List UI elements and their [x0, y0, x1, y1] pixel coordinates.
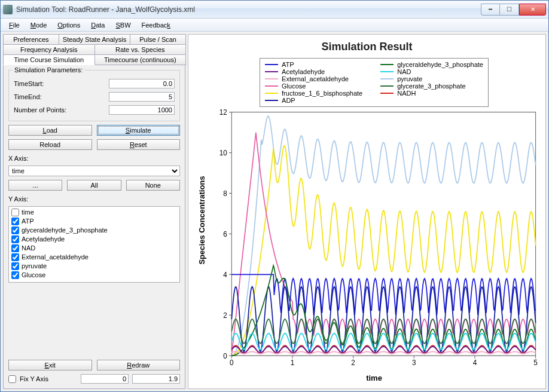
legend-item: NAD	[380, 68, 483, 75]
menu-file[interactable]: File	[4, 20, 25, 30]
simulation-parameters-group: Simulation Parameters: TimeStart: TimeEn…	[8, 70, 180, 121]
timestart-input[interactable]	[109, 79, 175, 88]
minimize-button[interactable]: ━	[481, 4, 500, 16]
app-icon	[3, 5, 13, 14]
chart-xlabel: time	[209, 373, 539, 382]
menu-options[interactable]: Options	[53, 20, 85, 30]
menubar: File Mode Options Data SBW Feedback	[1, 19, 548, 32]
titlebar[interactable]: Simulation Tool: RoadRunner - Jana_WolfG…	[1, 1, 548, 19]
svg-text:2: 2	[223, 311, 227, 320]
maximize-button[interactable]: ☐	[500, 4, 519, 16]
left-panel: Preferences Steady State Analysis Pulse …	[3, 34, 185, 389]
chart-ylabel: Species Concentrations	[197, 176, 206, 264]
yaxis-item[interactable]: Glucose	[10, 271, 178, 280]
legend-item: NADH	[380, 90, 483, 97]
points-input[interactable]	[109, 105, 175, 115]
svg-text:2: 2	[351, 359, 355, 368]
fix-high-input[interactable]	[132, 374, 180, 384]
menu-data[interactable]: Data	[86, 20, 109, 30]
reset-button[interactable]: Reset	[97, 139, 181, 150]
legend-item: glyceraldehyde_3_phosphate	[380, 61, 483, 68]
chart-plot-area: 012345024681012	[209, 109, 539, 372]
redraw-button[interactable]: Redraw	[97, 360, 181, 370]
reload-button[interactable]: Reload	[8, 139, 92, 150]
yaxis-item[interactable]: Acetyladehyde	[10, 235, 178, 244]
chart-title: Simulation Result	[194, 41, 539, 53]
svg-text:0: 0	[223, 351, 227, 360]
svg-text:6: 6	[223, 230, 227, 239]
yaxis-item-checkbox[interactable]	[11, 271, 19, 279]
yaxis-list[interactable]: timeATPglyceraldehyde_3_phosphateAcetyla…	[8, 206, 180, 283]
legend-item	[380, 97, 483, 104]
all-button[interactable]: All	[67, 180, 121, 191]
chart-legend: ATPglyceraldehyde_3_phosphateAcetyladehy…	[260, 58, 489, 107]
xaxis-select[interactable]: time	[8, 166, 180, 176]
legend-item: glycerate_3_phosphate	[380, 82, 483, 90]
xaxis-label: X Axis:	[8, 155, 180, 162]
yaxis-item-checkbox[interactable]	[11, 235, 19, 243]
legend-item: fructose_1_6_bisphosphate	[265, 90, 362, 97]
app-window: Simulation Tool: RoadRunner - Jana_WolfG…	[0, 0, 549, 392]
yaxis-item-label: NAD	[22, 244, 35, 253]
yaxis-item[interactable]: ATP	[10, 217, 178, 226]
none-button[interactable]: None	[126, 180, 180, 191]
svg-text:5: 5	[533, 359, 538, 368]
fix-yaxis-label: Fix Y Axis	[20, 375, 48, 382]
legend-item: ATP	[265, 61, 362, 68]
yaxis-label: Y Axis:	[8, 195, 180, 203]
tab-body: Simulation Parameters: TimeStart: TimeEn…	[3, 65, 185, 389]
yaxis-item-label: Acetyladehyde	[22, 235, 65, 244]
tab-frequency-analysis[interactable]: Frequency Analysis	[3, 44, 95, 55]
svg-text:12: 12	[219, 109, 227, 117]
svg-text:10: 10	[219, 149, 227, 158]
yaxis-item[interactable]: pyruvate	[10, 262, 178, 271]
yaxis-item-checkbox[interactable]	[11, 209, 19, 216]
menu-sbw[interactable]: SBW	[111, 20, 135, 30]
svg-text:0: 0	[230, 359, 234, 368]
load-button[interactable]: Load	[8, 125, 92, 136]
yaxis-item[interactable]: External_acetaldehyde	[10, 253, 178, 262]
yaxis-item-label: glyceraldehyde_3_phosphate	[22, 226, 108, 235]
chart-panel: Simulation Result Species Concentrations…	[188, 34, 546, 389]
legend-item: External_acetaldehyde	[265, 75, 362, 82]
yaxis-item-checkbox[interactable]	[11, 244, 19, 252]
tab-timecourse-continuous[interactable]: Timecourse (continuous)	[94, 54, 187, 65]
tab-preferences[interactable]: Preferences	[3, 34, 59, 45]
timestart-label: TimeStart:	[14, 80, 109, 87]
simulate-button[interactable]: Simulate	[97, 125, 181, 136]
tab-time-course[interactable]: Time Course Simulation	[3, 54, 95, 65]
yaxis-item-label: pyruvate	[22, 262, 47, 271]
yaxis-item-label: External_acetaldehyde	[22, 253, 89, 262]
tab-rate-vs-species[interactable]: Rate vs. Species	[94, 44, 187, 55]
yaxis-item[interactable]: NAD	[10, 244, 178, 253]
exit-button[interactable]: Exit	[8, 360, 92, 370]
yaxis-item-label: Glucose	[22, 271, 45, 280]
menu-mode[interactable]: Mode	[26, 20, 52, 30]
menu-feedback[interactable]: Feedback	[137, 20, 175, 30]
legend-item: Acetyladehyde	[265, 68, 362, 75]
tab-steady-state[interactable]: Steady State Analysis	[59, 34, 130, 45]
svg-text:3: 3	[412, 359, 416, 368]
yaxis-item[interactable]: time	[10, 208, 178, 217]
points-label: Number of Points:	[14, 106, 109, 114]
close-button[interactable]: ✕	[519, 4, 546, 16]
yaxis-item-checkbox[interactable]	[11, 262, 19, 270]
legend-item: ADP	[265, 97, 362, 104]
svg-text:8: 8	[223, 189, 227, 198]
tab-pulse-scan[interactable]: Pulse / Scan	[130, 34, 186, 45]
fix-yaxis-checkbox[interactable]	[8, 375, 16, 383]
yaxis-item-checkbox[interactable]	[11, 253, 19, 261]
window-title: Simulation Tool: RoadRunner - Jana_WolfG…	[16, 5, 481, 14]
svg-text:4: 4	[473, 359, 477, 368]
dots-button[interactable]: ...	[8, 180, 62, 191]
legend-item: Glucose	[265, 82, 362, 90]
svg-text:1: 1	[291, 359, 295, 368]
yaxis-item-checkbox[interactable]	[11, 226, 19, 234]
timeend-label: TimeEnd:	[14, 93, 109, 100]
svg-text:4: 4	[223, 271, 227, 280]
timeend-input[interactable]	[109, 92, 175, 102]
legend-item: pyruvate	[380, 75, 483, 82]
yaxis-item[interactable]: glyceraldehyde_3_phosphate	[10, 226, 178, 235]
fix-low-input[interactable]	[81, 374, 129, 384]
yaxis-item-checkbox[interactable]	[11, 218, 19, 225]
